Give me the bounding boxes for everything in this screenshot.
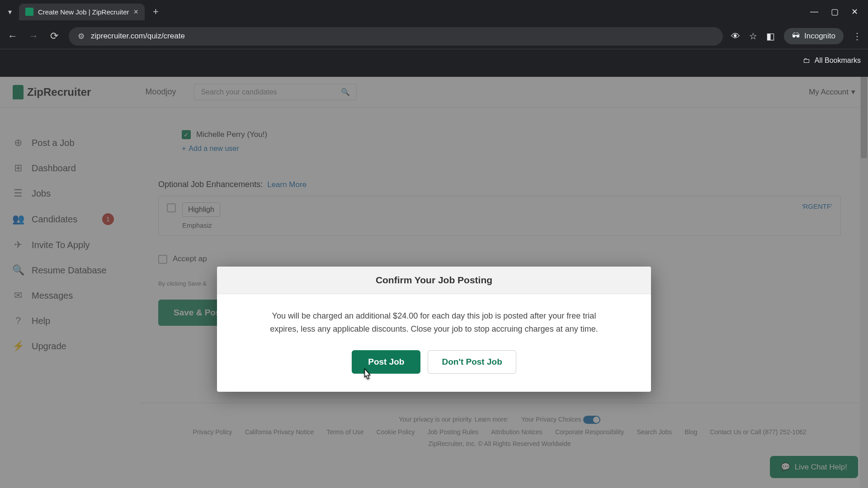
sidebar-item-label: Post a Job (32, 138, 75, 148)
learn-more-link[interactable]: Learn More (267, 180, 307, 189)
cursor-pointer-icon (362, 368, 372, 381)
sidebar-item-label: Resume Database (32, 265, 107, 276)
sidebar-item-label: Dashboard (32, 163, 76, 174)
sidebar-item-jobs[interactable]: ☰Jobs (0, 181, 136, 206)
sidebar-item-label: Jobs (32, 188, 51, 199)
tabs-dropdown-icon[interactable]: ▾ (5, 6, 15, 18)
sidebar-item-label: Upgrade (32, 341, 66, 352)
sidebar-item-upgrade[interactable]: ⚡Upgrade (0, 333, 136, 359)
tab-title: Create New Job | ZipRecruiter (38, 8, 129, 16)
sidebar-item-post-job[interactable]: ⊕Post a Job (0, 130, 136, 155)
url-input[interactable]: ⚙ ziprecruiter.com/quiz/create (69, 27, 723, 46)
footer: Your privacy is our priority. Learn more… (140, 403, 859, 447)
footer-link[interactable]: Contact Us or Call (877) 252-1062 (710, 428, 806, 436)
close-tab-icon[interactable]: × (133, 7, 138, 17)
all-bookmarks-button[interactable]: 🗀 All Bookmarks (803, 56, 861, 65)
close-window-icon[interactable]: ✕ (851, 7, 858, 17)
footer-link[interactable]: Job Posting Rules (427, 428, 478, 436)
bolt-icon: ⚡ (13, 341, 24, 352)
bookmark-star-icon[interactable]: ☆ (749, 31, 757, 42)
new-tab-button[interactable]: + (148, 6, 163, 18)
search-icon: 🔍 (341, 88, 350, 96)
my-account-menu[interactable]: My Account ▾ (809, 87, 855, 97)
footer-link[interactable]: Privacy Policy (193, 428, 232, 436)
bookmarks-bar: 🗀 All Bookmarks (0, 49, 868, 71)
forward-icon[interactable]: → (27, 30, 40, 42)
checkbox-unchecked-icon[interactable] (167, 203, 176, 212)
chat-bubble-icon: 💬 (781, 462, 790, 472)
enhancements-title: Optional Job Enhancements: (158, 180, 263, 189)
envelope-icon: ✉ (13, 290, 24, 301)
sidebar-item-messages[interactable]: ✉Messages (0, 283, 136, 308)
reload-icon[interactable]: ⟳ (48, 30, 61, 42)
chevron-down-icon: ▾ (851, 87, 855, 97)
confirm-post-modal: Confirm Your Job Posting You will be cha… (217, 267, 651, 392)
tracking-off-icon[interactable]: 👁 (731, 31, 740, 42)
sidebar-item-candidates[interactable]: 👥Candidates1 (0, 206, 136, 232)
footer-link[interactable]: California Privacy Notice (245, 428, 314, 436)
footer-link[interactable]: Search Jobs (637, 428, 672, 436)
modal-body: You will be charged an additional $24.00… (217, 294, 651, 392)
folder-icon: 🗀 (803, 56, 810, 65)
footer-link[interactable]: Blog (684, 428, 697, 436)
sidebar-item-resume-db[interactable]: 🔍Resume Database (0, 258, 136, 283)
sidebar-item-label: Invite To Apply (32, 240, 90, 250)
back-icon[interactable]: ← (6, 30, 19, 42)
copyright: ZipRecruiter, Inc. © All Rights Reserved… (140, 440, 859, 447)
privacy-toggle-icon (583, 416, 600, 424)
page-viewport: ZipRecruiter Moodjoy Search your candida… (0, 77, 868, 488)
side-panel-icon[interactable]: ◧ (766, 31, 775, 42)
plus-circle-icon: ⊕ (13, 137, 24, 148)
search-db-icon: 🔍 (13, 265, 24, 276)
logo-mark-icon (13, 85, 24, 99)
badge: 1 (102, 213, 114, 225)
footer-link[interactable]: Terms of Use (326, 428, 363, 436)
maximize-icon[interactable]: ▢ (831, 7, 839, 17)
logo[interactable]: ZipRecruiter (13, 85, 91, 99)
privacy-note: Your privacy is our priority. Learn more… (399, 416, 509, 424)
company-name: Moodjoy (145, 87, 176, 97)
search-placeholder: Search your candidates (201, 88, 277, 96)
list-icon: ☰ (13, 188, 24, 199)
browser-tab[interactable]: Create New Job | ZipRecruiter × (19, 4, 145, 20)
help-icon: ? (13, 315, 24, 326)
sidebar-item-invite[interactable]: ✈Invite To Apply (0, 232, 136, 258)
sidebar-item-label: Messages (32, 291, 73, 301)
checkbox-checked-icon[interactable]: ✓ (182, 130, 191, 139)
modal-actions: Post Job Don't Post Job (258, 350, 610, 374)
window-controls: — ▢ ✕ (810, 7, 863, 17)
vertical-scrollbar[interactable] (860, 77, 868, 488)
site-settings-icon[interactable]: ⚙ (78, 32, 85, 41)
search-input[interactable]: Search your candidates 🔍 (194, 84, 357, 100)
modal-text: You will be charged an additional $24.00… (258, 310, 610, 336)
enhancement-code: 'RGENTF' (802, 202, 832, 210)
all-bookmarks-label: All Bookmarks (815, 56, 861, 65)
enhancements-heading: Optional Job Enhancements: Learn More (158, 180, 841, 189)
kebab-menu-icon[interactable]: ⋮ (853, 31, 862, 42)
accept-label: Accept ap (173, 254, 207, 263)
privacy-choices-link[interactable]: Your Privacy Choices (521, 416, 600, 424)
footer-link[interactable]: Cookie Policy (377, 428, 415, 436)
add-user-label: Add a new user (189, 145, 239, 153)
reviewer-name: Michelle Perry (You!) (196, 130, 267, 139)
sidebar-item-help[interactable]: ?Help (0, 308, 136, 333)
checkbox-unchecked-icon[interactable] (158, 255, 167, 264)
incognito-label: Incognito (804, 32, 835, 41)
sidebar-item-dashboard[interactable]: ⊞Dashboard (0, 155, 136, 181)
sidebar: ⊕Post a Job ⊞Dashboard ☰Jobs 👥Candidates… (0, 122, 136, 367)
footer-links: Privacy Policy California Privacy Notice… (140, 428, 859, 436)
footer-link[interactable]: Attribution Notices (491, 428, 542, 436)
dont-post-button[interactable]: Don't Post Job (428, 350, 516, 374)
incognito-badge[interactable]: 🕶 Incognito (784, 28, 844, 44)
live-chat-button[interactable]: 💬 Live Chat Help! (770, 456, 858, 478)
enhancement-card: Highligh Emphasiz 'RGENTF' (158, 196, 841, 236)
browser-chrome: ▾ Create New Job | ZipRecruiter × + — ▢ … (0, 0, 868, 77)
footer-link[interactable]: Corporate Responsibility (555, 428, 624, 436)
sidebar-item-label: Candidates (32, 214, 77, 225)
minimize-icon[interactable]: — (810, 7, 818, 17)
send-icon: ✈ (13, 239, 24, 250)
plus-icon: + (182, 145, 186, 153)
app-header: ZipRecruiter Moodjoy Search your candida… (0, 77, 868, 108)
scrollbar-thumb[interactable] (861, 77, 867, 158)
add-user-link[interactable]: + Add a new user (182, 145, 841, 153)
